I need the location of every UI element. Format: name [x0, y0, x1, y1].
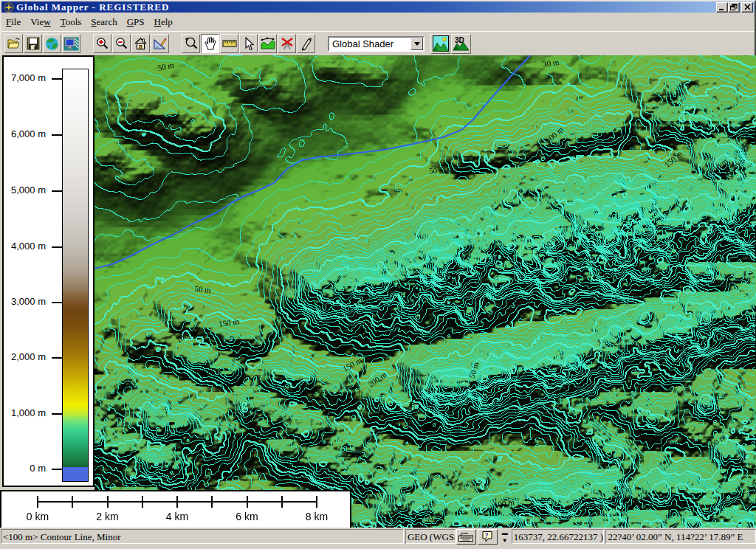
close-button[interactable] [741, 2, 753, 13]
legend-tick [52, 134, 62, 136]
app-window: Global Mapper - REGISTERED FileViewTool [0, 0, 756, 549]
pan-tool-button[interactable] [201, 34, 219, 53]
chevron-down-icon [414, 42, 420, 46]
legend-tick-label: 4,000 m [11, 241, 46, 252]
menu-item-view[interactable]: View [30, 16, 50, 28]
scale-tick [316, 496, 317, 508]
legend-tick-label: 2,000 m [11, 351, 46, 362]
keyboard-icon [458, 532, 473, 542]
scale-label: 4 km [166, 511, 188, 522]
toolbar-group [182, 34, 316, 53]
status-spinner[interactable]: ▬ ▼ [500, 529, 510, 545]
scale-tick [211, 496, 213, 508]
show-3d-button[interactable]: 3D [451, 34, 471, 54]
scale-label: 8 km [306, 511, 328, 522]
toolbar-group [93, 34, 170, 53]
minimize-button[interactable] [716, 2, 728, 13]
keyboard-button[interactable] [456, 529, 476, 545]
minimize-icon [718, 4, 726, 10]
contour-label: 50 m [429, 167, 445, 175]
scale-bar-panel: 0 km2 km4 km6 km8 km [0, 490, 351, 530]
map-view[interactable]: 30 m50 m100 m50 m50 m100 m50 m300 m400 m… [94, 55, 756, 530]
menu-item-tools[interactable]: Tools [61, 16, 82, 28]
toolbar-group [4, 34, 81, 53]
full-view-button[interactable] [131, 34, 150, 53]
scale-label: 0 km [27, 511, 49, 522]
legend-tick [52, 357, 62, 359]
scale-tick [281, 496, 283, 508]
menu-item-gps[interactable]: GPS [127, 16, 145, 28]
terrain-profile-icon [261, 37, 275, 50]
digitizer-tool-button[interactable] [297, 34, 315, 53]
path-profile-button[interactable] [258, 34, 277, 53]
globe-icon [45, 37, 59, 51]
zoom-out-button[interactable] [112, 34, 131, 53]
menu-item-search[interactable]: Search [91, 16, 117, 28]
measure-config-button[interactable] [151, 34, 169, 53]
shader-select-value: Global Shader [329, 38, 410, 49]
scale-label: 2 km [96, 511, 118, 522]
contour-label: 50 m [194, 285, 211, 294]
zoom-tool-button[interactable] [182, 34, 200, 53]
status-bar: <100 m> Contour Line, Minor GEO (WGS84 ?… [0, 528, 756, 549]
scale-tick [107, 496, 109, 508]
scale-label: 6 km [236, 511, 258, 522]
app-icon [4, 2, 14, 13]
status-position: 22?40’ 02.00” N, 114?22’ 17.89” E [605, 529, 756, 544]
gps-tool-button[interactable] [278, 34, 296, 53]
shader-select[interactable]: Global Shader [328, 36, 425, 52]
measure-tool-button[interactable] [220, 34, 238, 53]
close-icon [744, 4, 751, 10]
three-d-view-icon: 3D [453, 35, 470, 52]
monitor-globe-icon [63, 37, 79, 51]
legend-tick [52, 413, 62, 415]
open-file-button[interactable] [4, 34, 23, 53]
elevation-gradient-bar [62, 69, 89, 482]
legend-tick-label: 6,000 m [11, 128, 46, 139]
spinner-up-icon[interactable]: ▬ [502, 531, 508, 536]
legend-tick-label: 7,000 m [11, 72, 46, 83]
menu-bar: FileViewToolsSearchGPSHelp [1, 13, 755, 31]
restore-button[interactable] [728, 2, 740, 13]
hand-pan-icon [204, 36, 217, 51]
help-icon: ? [481, 531, 493, 543]
floppy-disk-icon [27, 37, 40, 50]
status-tool-hint: <100 m> Contour Line, Minor [1, 529, 404, 544]
legend-tick-label: 1,000 m [11, 407, 46, 418]
legend-tick-label: 3,000 m [11, 296, 46, 307]
menu-item-file[interactable]: File [6, 16, 21, 28]
status-coordinates: 163737, 22.66722137 ) [512, 529, 605, 544]
scale-tick [176, 496, 178, 508]
save-button[interactable] [24, 34, 42, 53]
shader-select-dropdown-button[interactable] [410, 38, 423, 50]
elevation-legend-panel: 7,000 m6,000 m5,000 m4,000 m3,000 m2,000… [2, 55, 94, 487]
gps-antenna-icon [281, 37, 294, 51]
title-bar: Global Mapper - REGISTERED [1, 1, 755, 13]
zoom-in-button[interactable] [93, 34, 111, 53]
workspace-button[interactable] [62, 34, 80, 53]
toolbar-group: 3D [430, 34, 472, 54]
scale-tick [247, 496, 248, 508]
window-controls [716, 2, 753, 13]
landscape-image-icon [433, 35, 449, 52]
toolbar: Global Shader 3D [1, 31, 755, 55]
legend-tick [52, 302, 62, 303]
show-raster-button[interactable] [430, 34, 450, 54]
open-folder-icon [7, 37, 21, 50]
spinner-down-icon[interactable]: ▼ [502, 538, 508, 543]
contour-label: 400 m [583, 501, 603, 510]
scale-tick [37, 496, 38, 508]
ruler-icon [222, 38, 237, 49]
zoom-tool-icon [184, 36, 199, 51]
zoom-in-icon [95, 37, 109, 51]
home-icon [134, 37, 148, 50]
window-title: Global Mapper - REGISTERED [16, 2, 169, 13]
svg-text:?: ? [485, 531, 489, 539]
pick-tool-button[interactable] [239, 34, 258, 53]
menu-item-help[interactable]: Help [154, 16, 173, 28]
status-projection: GEO (WGS84 [405, 529, 456, 544]
help-button[interactable]: ? [478, 529, 498, 545]
download-online-data-button[interactable] [43, 34, 61, 53]
ruler-pencil-icon [153, 37, 168, 51]
pen-icon [300, 37, 313, 51]
